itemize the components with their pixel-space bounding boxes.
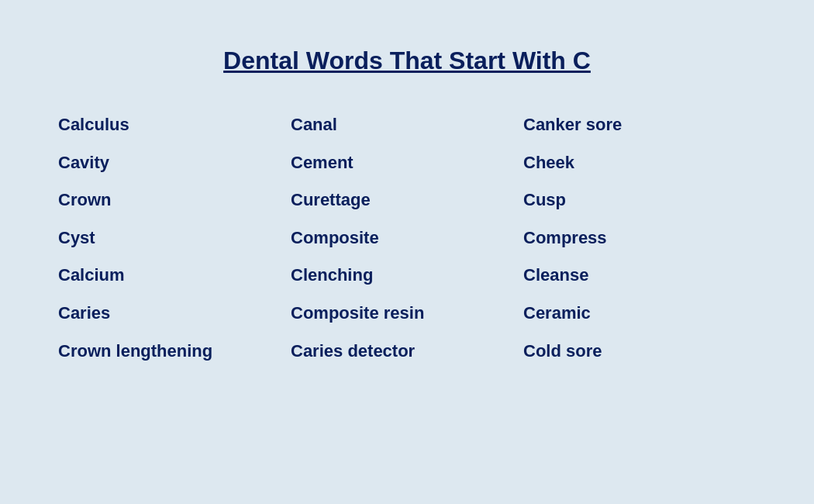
list-item: Curettage — [291, 181, 523, 219]
list-item: Crown — [58, 181, 291, 219]
list-item: Cusp — [523, 181, 756, 219]
list-item: Compress — [523, 219, 756, 257]
list-item: Cyst — [58, 219, 291, 257]
word-column-3: Canker soreCheekCuspCompressCleanseCeram… — [523, 106, 756, 370]
list-item: Caries detector — [291, 333, 523, 371]
list-item: Caries — [58, 295, 291, 333]
list-item: Canal — [291, 106, 523, 144]
list-item: Composite resin — [291, 295, 523, 333]
list-item: Composite — [291, 219, 523, 257]
list-item: Cement — [291, 144, 523, 182]
list-item: Ceramic — [523, 295, 756, 333]
list-item: Cleanse — [523, 257, 756, 295]
word-column-2: CanalCementCurettageCompositeClenchingCo… — [291, 106, 523, 370]
list-item: Cold sore — [523, 333, 756, 371]
word-grid: CalculusCavityCrownCystCalciumCariesCrow… — [58, 106, 756, 370]
list-item: Canker sore — [523, 106, 756, 144]
word-column-1: CalculusCavityCrownCystCalciumCariesCrow… — [58, 106, 291, 370]
page-title: Dental Words That Start With C — [223, 47, 591, 75]
list-item: Cavity — [58, 144, 291, 182]
list-item: Cheek — [523, 144, 756, 182]
list-item: Crown lengthening — [58, 333, 291, 371]
list-item: Calcium — [58, 257, 291, 295]
list-item: Clenching — [291, 257, 523, 295]
list-item: Calculus — [58, 106, 291, 144]
